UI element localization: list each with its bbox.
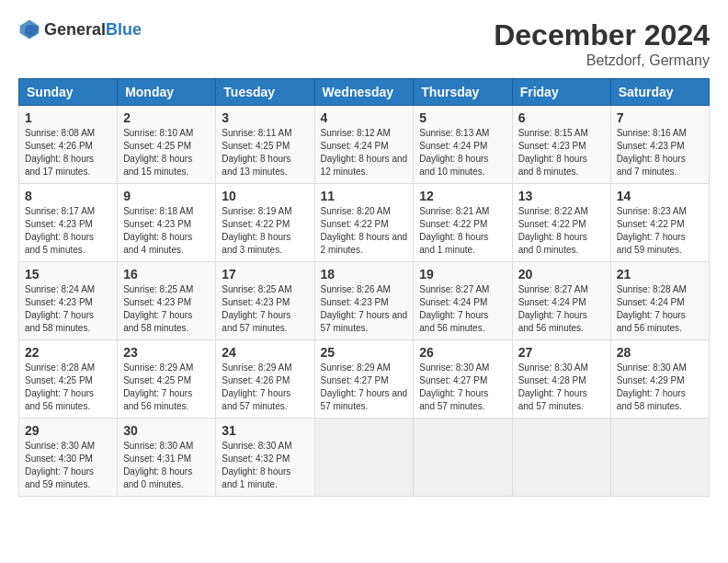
calendar-cell: 29 Sunrise: 8:30 AM Sunset: 4:30 PM Dayl…: [19, 419, 118, 497]
day-number: 29: [25, 423, 111, 438]
day-info: Sunrise: 8:28 AM Sunset: 4:24 PM Dayligh…: [617, 283, 703, 335]
calendar-cell: 14 Sunrise: 8:23 AM Sunset: 4:22 PM Dayl…: [610, 184, 709, 262]
day-info: Sunrise: 8:16 AM Sunset: 4:23 PM Dayligh…: [617, 127, 703, 178]
day-info: Sunrise: 8:15 AM Sunset: 4:23 PM Dayligh…: [518, 127, 605, 178]
day-header-friday: Friday: [512, 79, 610, 106]
day-info: Sunrise: 8:18 AM Sunset: 4:23 PM Dayligh…: [123, 205, 210, 257]
day-number: 31: [222, 423, 308, 438]
day-info: Sunrise: 8:21 AM Sunset: 4:22 PM Dayligh…: [419, 205, 506, 257]
logo: GeneralBlue: [18, 18, 142, 40]
logo-general: General: [44, 20, 106, 39]
day-number: 13: [518, 189, 605, 203]
calendar-cell: 1 Sunrise: 8:08 AM Sunset: 4:26 PM Dayli…: [19, 106, 118, 184]
calendar-cell: 6 Sunrise: 8:15 AM Sunset: 4:23 PM Dayli…: [512, 106, 610, 184]
day-number: 22: [25, 345, 111, 360]
day-number: 3: [222, 110, 308, 125]
day-number: 26: [419, 345, 506, 360]
header: GeneralBlue December 2024 Betzdorf, Germ…: [18, 18, 710, 69]
general-blue-icon: [18, 18, 40, 40]
title-area: December 2024 Betzdorf, Germany: [494, 18, 710, 69]
calendar-cell: 3 Sunrise: 8:11 AM Sunset: 4:25 PM Dayli…: [216, 106, 314, 184]
day-info: Sunrise: 8:25 AM Sunset: 4:23 PM Dayligh…: [123, 283, 210, 335]
day-number: 7: [617, 110, 703, 125]
day-info: Sunrise: 8:24 AM Sunset: 4:23 PM Dayligh…: [25, 283, 111, 335]
day-number: 12: [419, 189, 506, 203]
day-info: Sunrise: 8:29 AM Sunset: 4:26 PM Dayligh…: [222, 362, 308, 413]
calendar-cell: [610, 419, 709, 497]
calendar-cell: 4 Sunrise: 8:12 AM Sunset: 4:24 PM Dayli…: [314, 106, 414, 184]
day-header-monday: Monday: [118, 79, 216, 106]
day-info: Sunrise: 8:25 AM Sunset: 4:23 PM Dayligh…: [222, 283, 308, 335]
calendar-cell: 16 Sunrise: 8:25 AM Sunset: 4:23 PM Dayl…: [118, 262, 216, 340]
day-info: Sunrise: 8:30 AM Sunset: 4:31 PM Dayligh…: [123, 440, 210, 491]
calendar-cell: 13 Sunrise: 8:22 AM Sunset: 4:22 PM Dayl…: [512, 184, 610, 262]
day-info: Sunrise: 8:30 AM Sunset: 4:28 PM Dayligh…: [518, 362, 605, 413]
day-info: Sunrise: 8:30 AM Sunset: 4:32 PM Dayligh…: [222, 440, 308, 491]
calendar-cell: 8 Sunrise: 8:17 AM Sunset: 4:23 PM Dayli…: [19, 184, 118, 262]
subtitle: Betzdorf, Germany: [494, 52, 710, 69]
day-number: 11: [321, 189, 408, 203]
calendar-cell: 7 Sunrise: 8:16 AM Sunset: 4:23 PM Dayli…: [610, 106, 709, 184]
calendar-week-5: 29 Sunrise: 8:30 AM Sunset: 4:30 PM Dayl…: [19, 419, 710, 497]
calendar-cell: 10 Sunrise: 8:19 AM Sunset: 4:22 PM Dayl…: [216, 184, 314, 262]
day-number: 16: [123, 267, 210, 282]
day-info: Sunrise: 8:27 AM Sunset: 4:24 PM Dayligh…: [419, 283, 506, 335]
calendar-cell: 9 Sunrise: 8:18 AM Sunset: 4:23 PM Dayli…: [118, 184, 216, 262]
day-number: 5: [419, 110, 506, 125]
day-info: Sunrise: 8:29 AM Sunset: 4:27 PM Dayligh…: [321, 362, 408, 413]
calendar-cell: 11 Sunrise: 8:20 AM Sunset: 4:22 PM Dayl…: [314, 184, 414, 262]
day-info: Sunrise: 8:30 AM Sunset: 4:29 PM Dayligh…: [617, 362, 703, 413]
day-info: Sunrise: 8:28 AM Sunset: 4:25 PM Dayligh…: [25, 362, 111, 413]
day-info: Sunrise: 8:22 AM Sunset: 4:22 PM Dayligh…: [518, 205, 605, 257]
day-number: 30: [123, 423, 210, 438]
day-header-sunday: Sunday: [19, 79, 118, 106]
calendar-cell: 31 Sunrise: 8:30 AM Sunset: 4:32 PM Dayl…: [216, 419, 314, 497]
day-info: Sunrise: 8:30 AM Sunset: 4:27 PM Dayligh…: [419, 362, 506, 413]
day-info: Sunrise: 8:11 AM Sunset: 4:25 PM Dayligh…: [222, 127, 308, 178]
day-number: 2: [123, 110, 210, 125]
calendar-cell: 12 Sunrise: 8:21 AM Sunset: 4:22 PM Dayl…: [414, 184, 512, 262]
day-header-thursday: Thursday: [414, 79, 512, 106]
main-title: December 2024: [494, 18, 710, 52]
day-number: 17: [222, 267, 308, 282]
day-info: Sunrise: 8:12 AM Sunset: 4:24 PM Dayligh…: [321, 127, 408, 178]
calendar-header-row: SundayMondayTuesdayWednesdayThursdayFrid…: [19, 79, 710, 106]
day-number: 19: [419, 267, 506, 282]
day-number: 9: [123, 189, 210, 203]
day-number: 10: [222, 189, 308, 203]
calendar-cell: 18 Sunrise: 8:26 AM Sunset: 4:23 PM Dayl…: [314, 262, 414, 340]
day-number: 6: [518, 110, 605, 125]
calendar-cell: 17 Sunrise: 8:25 AM Sunset: 4:23 PM Dayl…: [216, 262, 314, 340]
day-number: 14: [617, 189, 703, 203]
calendar-cell: 28 Sunrise: 8:30 AM Sunset: 4:29 PM Dayl…: [610, 340, 709, 419]
calendar-cell: 24 Sunrise: 8:29 AM Sunset: 4:26 PM Dayl…: [216, 340, 314, 419]
calendar-cell: [314, 419, 414, 497]
calendar-cell: 2 Sunrise: 8:10 AM Sunset: 4:25 PM Dayli…: [118, 106, 216, 184]
calendar-cell: 23 Sunrise: 8:29 AM Sunset: 4:25 PM Dayl…: [118, 340, 216, 419]
calendar-week-4: 22 Sunrise: 8:28 AM Sunset: 4:25 PM Dayl…: [19, 340, 710, 419]
day-number: 1: [25, 110, 111, 125]
logo-text: GeneralBlue: [44, 20, 142, 40]
day-header-tuesday: Tuesday: [216, 79, 314, 106]
calendar-cell: 21 Sunrise: 8:28 AM Sunset: 4:24 PM Dayl…: [610, 262, 709, 340]
day-number: 23: [123, 345, 210, 360]
day-info: Sunrise: 8:30 AM Sunset: 4:30 PM Dayligh…: [25, 440, 111, 491]
day-info: Sunrise: 8:10 AM Sunset: 4:25 PM Dayligh…: [123, 127, 210, 178]
calendar-week-2: 8 Sunrise: 8:17 AM Sunset: 4:23 PM Dayli…: [19, 184, 710, 262]
calendar-table: SundayMondayTuesdayWednesdayThursdayFrid…: [18, 78, 710, 497]
calendar-week-3: 15 Sunrise: 8:24 AM Sunset: 4:23 PM Dayl…: [19, 262, 710, 340]
calendar-cell: 19 Sunrise: 8:27 AM Sunset: 4:24 PM Dayl…: [414, 262, 512, 340]
day-number: 18: [321, 267, 408, 282]
day-info: Sunrise: 8:19 AM Sunset: 4:22 PM Dayligh…: [222, 205, 308, 257]
day-number: 8: [25, 189, 111, 203]
calendar-cell: 5 Sunrise: 8:13 AM Sunset: 4:24 PM Dayli…: [414, 106, 512, 184]
calendar-cell: 30 Sunrise: 8:30 AM Sunset: 4:31 PM Dayl…: [118, 419, 216, 497]
calendar-cell: 20 Sunrise: 8:27 AM Sunset: 4:24 PM Dayl…: [512, 262, 610, 340]
day-info: Sunrise: 8:27 AM Sunset: 4:24 PM Dayligh…: [518, 283, 605, 335]
day-info: Sunrise: 8:17 AM Sunset: 4:23 PM Dayligh…: [25, 205, 111, 257]
calendar-cell: [414, 419, 512, 497]
day-number: 4: [321, 110, 408, 125]
day-number: 28: [617, 345, 703, 360]
day-number: 25: [321, 345, 408, 360]
day-number: 24: [222, 345, 308, 360]
